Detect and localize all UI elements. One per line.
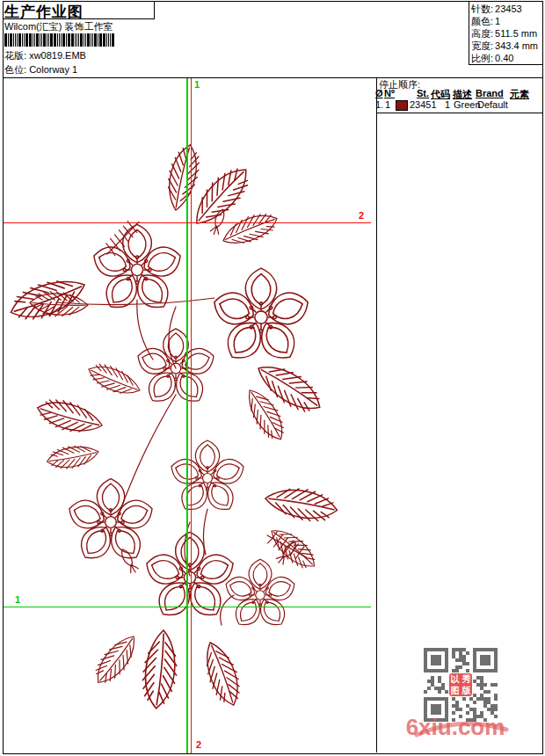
stat-width: 宽度:343.4 mm	[471, 40, 541, 52]
stat-label: 比例:	[471, 53, 493, 64]
stat-value: 343.4 mm	[495, 40, 538, 52]
row-index: 1.	[375, 99, 383, 110]
pattern-value: xw0819.EMB	[29, 50, 86, 61]
guide-marker-1-left: 1	[15, 594, 20, 605]
col-element: 元素	[510, 88, 529, 101]
software-name: Wilcom(汇宝) 装饰工作室	[4, 21, 113, 33]
col-stitches: St.	[417, 88, 429, 98]
seal-char: 以	[451, 674, 460, 684]
stat-label: 宽度:	[471, 40, 493, 52]
stat-stitches: 针数:23453	[471, 4, 541, 15]
row-number: 1	[385, 99, 390, 110]
row-brand: Default	[477, 99, 508, 110]
seal-char: 版	[462, 686, 471, 695]
col-brand: Brand	[476, 88, 504, 98]
stat-value: 23453	[495, 4, 522, 15]
stat-scale: 比例:0.40	[471, 53, 541, 64]
stat-height: 高度:511.5 mm	[471, 28, 541, 40]
panel-divider	[376, 77, 377, 752]
pattern-label: 花版:	[4, 50, 26, 61]
colorway-label: 色位:	[4, 64, 26, 75]
stat-value: 0.40	[495, 53, 513, 64]
qr-seal-logo: 以 秀 图 版	[449, 673, 472, 696]
stat-value: 1	[495, 16, 500, 27]
design-barcode	[4, 33, 115, 47]
row-desc: Green	[454, 99, 481, 110]
production-worksheet: 生产作业图 Wilcom(汇宝) 装饰工作室 花版: xw0819.EMB 色位…	[0, 0, 545, 756]
row-code: 1	[445, 99, 450, 110]
col-number: Nº	[384, 88, 395, 98]
seal-char: 图	[451, 686, 460, 695]
stat-value: 511.5 mm	[495, 28, 537, 40]
pattern-row: 花版: xw0819.EMB	[4, 50, 86, 62]
stat-colors: 颜色:1	[471, 16, 541, 27]
guide-marker-2-bottom: 2	[196, 739, 201, 750]
row-stitches: 23451	[410, 99, 437, 110]
guide-marker-2-right: 2	[359, 210, 364, 221]
seal-char: 秀	[462, 674, 471, 684]
col-diameter: Ø	[375, 88, 383, 98]
table-divider	[376, 113, 542, 113]
page-title: 生产作业图	[4, 2, 84, 22]
embroidery-design-canvas: 1 2 1 2	[4, 78, 376, 753]
floral-line-art	[5, 142, 340, 710]
stat-label: 颜色:	[471, 16, 493, 27]
guide-marker-1-top: 1	[194, 79, 200, 90]
colorway-row: 色位: Colorway 1	[4, 64, 77, 76]
color-swatch	[396, 100, 408, 111]
watermark-text: 6xiu.com	[403, 714, 508, 741]
stat-label: 针数:	[471, 4, 493, 15]
colorway-value: Colorway 1	[29, 64, 77, 75]
stat-label: 高度:	[471, 28, 493, 40]
